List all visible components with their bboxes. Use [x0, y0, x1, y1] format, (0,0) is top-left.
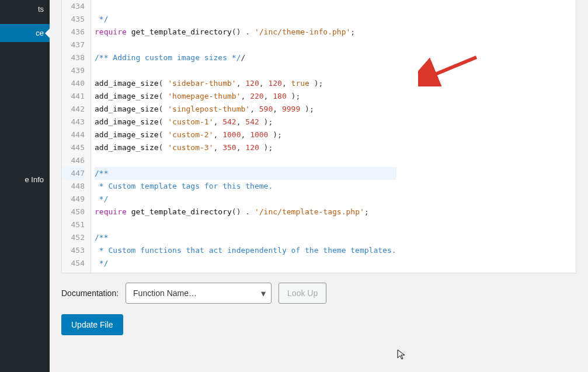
code-line[interactable] — [95, 64, 396, 77]
line-number: 440 — [62, 77, 85, 90]
code-line[interactable] — [95, 218, 396, 231]
code-line[interactable]: require get_template_directory() . '/inc… — [95, 206, 396, 218]
code-line[interactable]: add_image_size( 'singlepost-thumb', 590,… — [95, 103, 396, 116]
line-number: 444 — [62, 128, 85, 141]
code-line[interactable]: add_image_size( 'custom-3', 350, 120 ); — [95, 141, 396, 154]
line-number-gutter: 4344354364374384394404414424434444454464… — [62, 0, 91, 273]
code-line[interactable]: add_image_size( 'custom-2', 1000, 1000 )… — [95, 128, 396, 141]
documentation-select[interactable]: Function Name… — [126, 283, 272, 304]
line-number: 445 — [62, 141, 85, 154]
documentation-row: Documentation: Function Name… ▾ Look Up — [61, 283, 576, 304]
code-line[interactable] — [95, 39, 396, 51]
code-line[interactable]: * Custom template tags for this theme. — [95, 180, 396, 193]
code-line[interactable]: */ — [95, 193, 396, 206]
code-line[interactable]: /** — [95, 231, 396, 244]
update-file-button[interactable]: Update File — [61, 314, 123, 335]
sidebar-item-theme-info[interactable]: e Info — [0, 171, 50, 189]
code-content[interactable]: */require get_template_directory() . '/i… — [91, 0, 396, 273]
line-number: 436 — [62, 26, 85, 39]
line-number: 448 — [62, 180, 85, 193]
line-number: 447 — [62, 167, 85, 180]
line-number: 435 — [62, 13, 85, 26]
line-number: 454 — [62, 257, 85, 270]
line-number: 453 — [62, 244, 85, 257]
sidebar-item-appearance[interactable]: ce — [0, 24, 50, 42]
code-line[interactable]: require get_template_directory() . '/inc… — [95, 270, 396, 273]
code-line[interactable] — [95, 154, 396, 167]
line-number: 443 — [62, 116, 85, 128]
line-number: 449 — [62, 193, 85, 206]
admin-sidebar: ts ce e Info — [0, 0, 50, 372]
code-line[interactable]: /** — [95, 167, 396, 180]
code-line[interactable]: */ — [95, 13, 396, 26]
line-number: 437 — [62, 39, 85, 51]
main-content: 4344354364374384394404414424434444454464… — [50, 0, 588, 372]
line-number: 446 — [62, 154, 85, 167]
code-line[interactable]: * Custom functions that act independentl… — [95, 244, 396, 257]
code-line[interactable]: require get_template_directory() . '/inc… — [95, 26, 396, 39]
line-number: 434 — [62, 0, 85, 13]
line-number: 451 — [62, 218, 85, 231]
line-number: 439 — [62, 64, 85, 77]
line-number: 438 — [62, 51, 85, 64]
line-number: 441 — [62, 90, 85, 103]
code-line[interactable]: */ — [95, 257, 396, 270]
documentation-label: Documentation: — [61, 288, 119, 298]
code-line[interactable]: add_image_size( 'sidebar-thumb', 120, 12… — [95, 77, 396, 90]
sidebar-item-top[interactable]: ts — [0, 0, 50, 18]
line-number: 450 — [62, 206, 85, 218]
line-number: 452 — [62, 231, 85, 244]
line-number: 455 — [62, 270, 85, 273]
code-line[interactable]: add_image_size( 'homepage-thumb', 220, 1… — [95, 90, 396, 103]
code-editor[interactable]: 4344354364374384394404414424434444454464… — [61, 0, 576, 273]
code-line[interactable] — [95, 0, 396, 13]
line-number: 442 — [62, 103, 85, 116]
code-line[interactable]: add_image_size( 'custom-1', 542, 542 ); — [95, 116, 396, 128]
code-line[interactable]: /** Adding custom image sizes *// — [95, 51, 396, 64]
lookup-button: Look Up — [279, 283, 326, 304]
